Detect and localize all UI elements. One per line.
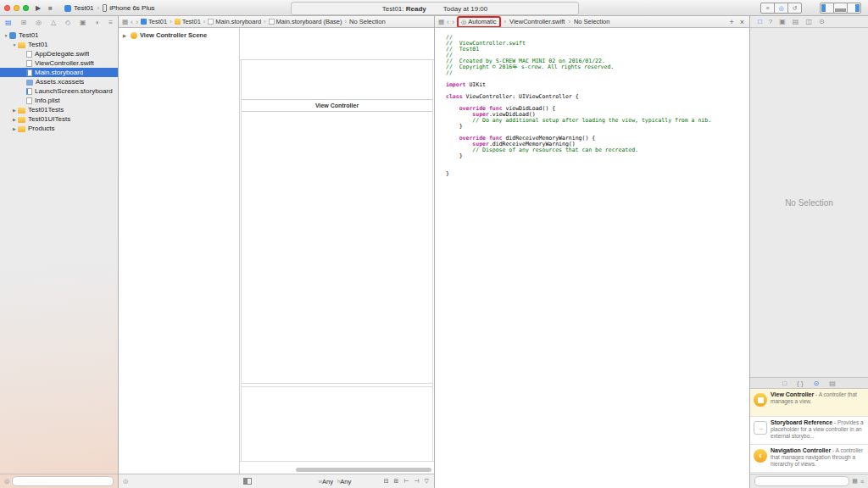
code-line[interactable]: // Copyright © 2016年 s-crew. All rights … [446,64,749,70]
related-items-icon[interactable]: ▦ [122,18,128,25]
embed-in-stack-icon[interactable]: ⊟ [384,478,389,485]
quick-help-inspector-icon[interactable]: ? [769,18,772,25]
forward-button[interactable]: › [452,18,454,26]
outline-filter-icon[interactable]: ◎ [123,478,128,485]
grid-view-icon[interactable]: ▦ [852,478,858,485]
debug-navigator-icon[interactable]: ▣ [80,19,86,26]
tree-item[interactable]: Info.plist [0,96,118,105]
library-filter-field[interactable] [754,476,849,486]
disclosure-triangle[interactable]: ▶ [11,108,18,113]
close-assistant-button[interactable]: × [740,18,744,26]
run-button[interactable]: ▶ [36,0,41,16]
library-item-title: Storyboard Reference [771,419,832,425]
size-inspector-icon[interactable]: ◫ [805,18,812,25]
filter-icon[interactable]: ◎ [4,478,9,485]
disclosure-triangle[interactable]: ▼ [11,42,18,47]
storyboard-canvas[interactable]: View Controller [240,28,434,474]
code-line[interactable]: class ViewController: UIViewController { [446,94,749,100]
breadcrumb-item[interactable]: Test01 [175,18,201,25]
code-line[interactable]: import UIKit [446,82,749,88]
library-item[interactable]: View Controller - A controller that mana… [750,389,868,417]
scheme-selector[interactable]: Test01 › iPhone 6s Plus [64,0,155,16]
breadcrumb-item[interactable]: Main.storyboard (Base) [269,18,342,25]
related-items-icon[interactable]: ▦ [438,18,444,25]
media-library-icon[interactable]: ▤ [829,380,836,387]
scene-row[interactable]: ▶ View Controller Scene [119,28,239,42]
resolve-auto-layout-icon[interactable]: ▽ [425,478,429,485]
breadcrumb-file[interactable]: ViewController.swift [509,18,565,25]
library-item[interactable]: ‹Navigation Controller - A controller th… [750,445,868,473]
add-assistant-button[interactable]: + [729,18,733,26]
code-line[interactable]: // Dispose of any resources that can be … [446,147,749,153]
code-line[interactable] [446,76,749,82]
horizontal-scrollbar[interactable] [296,468,431,472]
code-line[interactable] [446,159,749,165]
storyboard-icon [26,69,32,76]
code-line[interactable]: // ViewController.swift [446,41,749,47]
breadcrumb-selection[interactable]: No Selection [574,18,610,25]
disclosure-triangle[interactable]: ▼ [3,33,9,38]
code-snippet-library-icon[interactable]: { } [797,380,804,387]
code-editor[interactable]: //// ViewController.swift// Test01//// C… [435,28,749,488]
pin-icon[interactable]: ⊣ [415,478,420,485]
back-button[interactable]: ‹ [131,18,133,26]
code-line[interactable]: } [446,153,749,159]
tree-item[interactable]: AppDelegate.swift [0,49,118,58]
tree-item[interactable]: ▶Test01UITests [0,114,118,124]
list-view-icon[interactable]: ≡ [860,479,864,485]
debug-area-button[interactable] [833,3,848,14]
utilities-panel-button[interactable] [847,3,861,14]
code-token: // Copyright © 2016年 s-crew. All rights … [446,64,614,70]
breadcrumb-item[interactable]: Test01 [141,18,167,25]
navigator-panel-button[interactable] [820,3,834,14]
zoom-window-button[interactable] [23,5,29,11]
version-editor-button[interactable]: ↺ [787,3,802,14]
breadcrumb-item[interactable]: No Selection [349,18,386,25]
report-navigator-icon[interactable]: ≡ [108,19,113,26]
disclosure-triangle[interactable]: ▶ [11,117,18,122]
view-controller-header[interactable]: View Controller [242,99,432,112]
connections-inspector-icon[interactable]: ⊙ [819,18,825,25]
assistant-editor-button[interactable]: ◎ [774,3,788,14]
utilities-panel-icon [855,4,860,12]
library-item[interactable]: Storyboard Reference - Provides a placeh… [750,417,868,445]
close-window-button[interactable] [4,5,10,11]
tree-item[interactable]: Assets.xcassets [0,77,118,86]
project-navigator-icon[interactable]: ▤ [5,19,12,26]
stop-button[interactable]: ■ [48,0,53,16]
breadcrumb-item[interactable]: Main.storyboard [208,18,261,25]
test-navigator-icon[interactable]: ◇ [65,19,70,26]
code-line[interactable]: // Do any additional setup after loading… [446,118,749,124]
find-navigator-icon[interactable]: ◎ [36,19,42,26]
code-line[interactable]: } [446,124,749,130]
code-line[interactable] [446,165,749,171]
issue-navigator-icon[interactable]: △ [51,19,56,26]
embed-in-icon[interactable]: ⊞ [394,478,399,485]
breakpoint-navigator-icon[interactable]: ◗ [96,19,100,26]
navigator-filter-field[interactable] [12,476,114,486]
assistant-mode-button[interactable]: Automatic [468,18,496,25]
tree-item[interactable]: ▶Test01Tests [0,105,118,114]
tree-item[interactable]: ▼Test01 [0,40,118,49]
object-library-icon[interactable]: ⊙ [814,380,820,387]
minimize-window-button[interactable] [14,5,19,11]
attributes-inspector-icon[interactable]: ▤ [793,18,799,25]
file-template-library-icon[interactable]: □ [782,380,787,387]
code-line[interactable]: // Test01 [446,47,749,53]
disclosure-triangle[interactable]: ▶ [11,126,18,131]
back-button[interactable]: ‹ [447,18,449,26]
file-inspector-icon[interactable]: □ [758,18,762,25]
code-line[interactable]: // [446,70,749,76]
forward-button[interactable]: › [136,18,138,26]
disclosure-triangle[interactable]: ▶ [121,33,128,38]
standard-editor-button[interactable]: ≡ [760,3,775,14]
tree-item[interactable]: ▶Products [0,124,118,133]
code-line[interactable]: } [446,171,749,177]
tree-item[interactable]: ▼Test01 [0,30,118,40]
tree-item[interactable]: LaunchScreen.storyboard [0,86,118,96]
align-icon[interactable]: ⊢ [403,478,409,485]
tree-item[interactable]: ViewController.swift [0,58,118,68]
tree-item[interactable]: Main.storyboard [0,68,118,77]
symbol-navigator-icon[interactable]: ⊞ [20,19,26,26]
identity-inspector-icon[interactable]: ▣ [779,18,786,25]
